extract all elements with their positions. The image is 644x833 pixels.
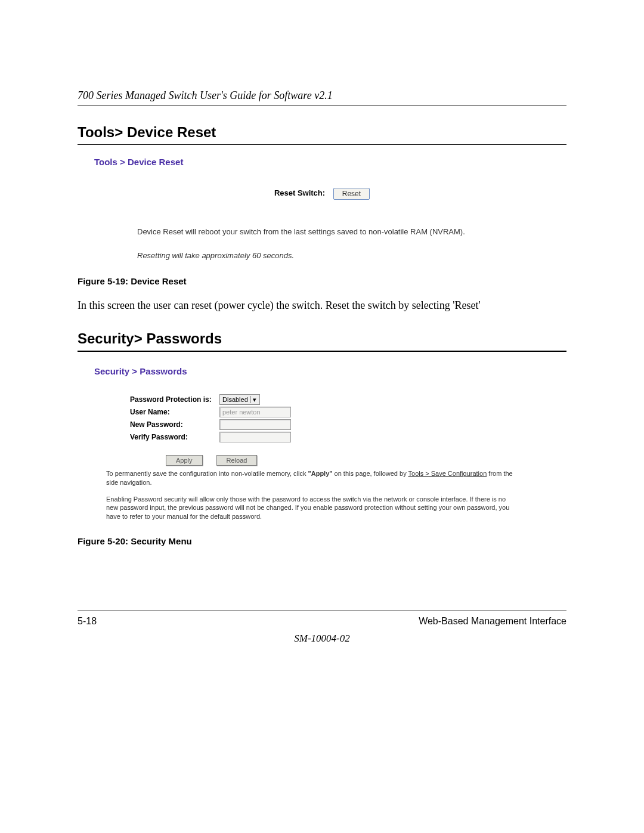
username-label: User Name: xyxy=(130,408,219,416)
reset-button[interactable]: Reset xyxy=(333,188,370,200)
figure-breadcrumb: Tools > Device Reset xyxy=(94,157,550,167)
form-button-row: Apply Reload xyxy=(166,453,550,466)
new-password-label: New Password: xyxy=(130,420,219,429)
password-protection-value: Disabled xyxy=(222,396,248,403)
figure-5-19: Tools > Device Reset Reset Switch: Reset… xyxy=(94,157,550,261)
figure-description-text: Device Reset will reboot your switch fro… xyxy=(137,227,514,237)
new-password-input[interactable]: . xyxy=(219,419,291,430)
section-heading-security-passwords: Security> Passwords xyxy=(78,330,566,347)
section1-body-text: In this screen the user can reset (power… xyxy=(78,298,566,312)
heading-rule-thick xyxy=(78,351,566,352)
username-input[interactable]: peter newton xyxy=(219,407,291,417)
chevron-down-icon: ▾ xyxy=(250,396,258,403)
help1-part-c: on this page, followed by xyxy=(333,470,408,477)
figure-description-block: Device Reset will reboot your switch fro… xyxy=(137,227,514,261)
password-protection-select[interactable]: Disabled ▾ xyxy=(219,394,260,405)
apply-button[interactable]: Apply xyxy=(166,455,203,466)
footer-rule: 5-18 Web-Based Management Interface SM-1… xyxy=(78,611,566,645)
reload-button[interactable]: Reload xyxy=(216,455,258,466)
password-protection-label: Password Protection is: xyxy=(130,395,219,404)
figure-note-text: Resetting will take approximately 60 sec… xyxy=(137,250,514,261)
reset-switch-row: Reset Switch: Reset xyxy=(94,188,550,200)
document-page: 700 Series Managed Switch User's Guide f… xyxy=(0,0,644,833)
figure-caption-5-19: Figure 5-19: Device Reset xyxy=(78,276,566,286)
section-heading-tools-device-reset: Tools> Device Reset xyxy=(78,124,566,141)
reset-switch-label: Reset Switch: xyxy=(274,188,325,197)
verify-password-input[interactable]: . xyxy=(219,432,291,442)
figure-breadcrumb-security: Security > Passwords xyxy=(94,366,550,376)
figure-help-text-2: Enabling Password security will allow on… xyxy=(106,495,514,521)
footer-section-title: Web-Based Management Interface xyxy=(419,616,566,627)
password-form: Password Protection is: Disabled ▾ User … xyxy=(130,394,550,442)
figure-5-20: Security > Passwords Password Protection… xyxy=(94,366,550,520)
document-id: SM-10004-02 xyxy=(78,633,566,645)
help1-part-b: "Apply" xyxy=(308,470,333,477)
heading-rule xyxy=(78,144,566,145)
figure-caption-5-20: Figure 5-20: Security Menu xyxy=(78,536,566,546)
help1-part-d: Tools > Save Configuration xyxy=(408,470,487,477)
page-number: 5-18 xyxy=(78,616,97,627)
figure-help-text-1: To permanently save the configuration in… xyxy=(106,469,514,487)
help1-part-a: To permanently save the configuration in… xyxy=(106,470,308,477)
running-head: 700 Series Managed Switch User's Guide f… xyxy=(78,89,566,106)
verify-password-label: Verify Password: xyxy=(130,433,219,441)
